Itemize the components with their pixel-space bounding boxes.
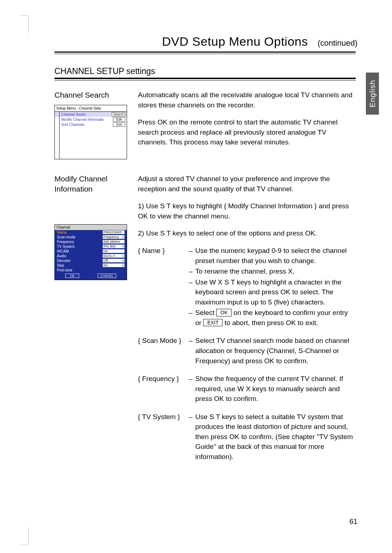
illust-row-label: Name (57, 230, 67, 234)
option-key: { Name } (138, 246, 189, 328)
illust-row-label: Fine-tune (57, 268, 72, 272)
body-step: 2) Use S T keys to select one of the opt… (138, 228, 356, 238)
option-line: To rename the channel, press X. (189, 266, 356, 276)
illust-row-value: P001/Ch003 (103, 230, 124, 234)
illust-row: Sort Channels Sort (55, 122, 127, 127)
illust-row-button: Edit (113, 117, 125, 122)
illust-row-value: On (103, 249, 124, 253)
option-line: Use W X S T keys to highlight a characte… (189, 277, 356, 307)
option-key: { Frequency } (138, 374, 189, 405)
illust-row-button: Search (112, 112, 125, 116)
illust-row-value: PAL B/G▾ (103, 245, 124, 248)
keyboard-ok-button: OK (216, 309, 232, 316)
illust-row: Scan modeFrequency▾ (55, 235, 127, 239)
section-heading: CHANNEL SETUP settings (54, 66, 356, 76)
illust-row: AudioDUAL A▾ (55, 254, 127, 258)
illust-row-button: Sort (113, 122, 125, 127)
option-line: Use the numeric keypad 0-9 to select the… (189, 246, 356, 266)
illust-row-value: No▾ (103, 263, 124, 267)
illust-row: NICAMOn (55, 249, 127, 254)
subsection-heading: Channel Search (54, 90, 127, 100)
illust-row-label: TV System (57, 245, 75, 249)
illust-row-value: Frequency▾ (103, 235, 124, 239)
option-line: Use S T keys to select a suitable TV sys… (189, 412, 356, 462)
option-tv-system: { TV System } Use S T keys to select a s… (138, 412, 356, 463)
body-text: Automatically scans all the receivable a… (138, 90, 356, 110)
body-text: Adjust a stored TV channel to your prefe… (138, 174, 356, 194)
illust-ok-button: OK (65, 274, 79, 278)
body-step: 1) Use S T keys to highlight { Modify Ch… (138, 201, 356, 221)
channel-menu-illustration: Channel NameP001/Ch003Scan modeFrequency… (54, 224, 127, 280)
illust-row: NameP001/Ch003 (55, 230, 127, 235)
text-fragment: Modify Channel Information (228, 202, 315, 210)
channel-search-block: Channel Search Setup Menu - Channel Setu… (54, 90, 356, 159)
text-fragment: 1) Use S T keys to highlight { (138, 202, 228, 210)
option-frequency: { Frequency } Show the frequency of the … (138, 374, 356, 405)
illust-title: Channel (55, 225, 127, 230)
option-scan-mode: { Scan Mode } Select TV channel search m… (138, 336, 356, 366)
language-tab: English (366, 73, 379, 115)
illust-row-value: Off▾ (103, 259, 124, 262)
page-title: DVD Setup Menu Options (162, 34, 308, 48)
page-number: 61 (350, 517, 358, 526)
illust-row-label: Scan mode (57, 235, 75, 239)
illust-row: Channel Searh Search (55, 112, 127, 117)
body-text: Press OK on the remote control to start … (138, 117, 356, 147)
text-fragment: Select (195, 309, 216, 316)
illust-row: SkipNo▾ (55, 263, 127, 268)
modify-channel-block: Modify Channel Information Channel NameP… (54, 174, 356, 462)
illust-row-label: Sort Channels (61, 123, 84, 127)
illust-title: Setup Menu - Channel Setu (55, 105, 127, 112)
title-rule (54, 52, 356, 54)
illust-row-label: Audio (57, 254, 66, 258)
illust-row: TV SystemPAL B/G▾ (55, 244, 127, 249)
page-title-suffix: (continued) (318, 38, 358, 48)
text-fragment: to abort, then press OK to exit. (222, 319, 318, 327)
illust-row: Frequency565.26MHz (55, 239, 127, 244)
illust-row: Fine-tune (55, 268, 127, 273)
crop-mark (28, 15, 37, 33)
illust-row: Modify Channel Informatio Edit (55, 117, 127, 122)
option-line: Select OK on the keyboard to confirm you… (189, 308, 356, 328)
setup-menu-illustration: Setup Menu - Channel Setu Channel Searh … (54, 105, 127, 159)
section-rule (54, 78, 356, 81)
option-key: { Scan Mode } (138, 336, 189, 366)
manual-page: English DVD Setup Menu Options (continue… (0, 0, 392, 553)
page-title-row: DVD Setup Menu Options (continued) (40, 34, 363, 49)
option-line: Show the frequency of the current TV cha… (189, 374, 356, 404)
illust-row-label: Decoder (57, 259, 71, 263)
subsection-heading: Modify Channel Information (54, 174, 127, 194)
content-area: CHANNEL SETUP settings Channel Search Se… (54, 66, 356, 462)
illust-cancel-button: CANCEL (98, 274, 116, 278)
illust-row-value: 565.26MHz (103, 240, 124, 243)
keyboard-exit-button: EXIT (203, 319, 222, 326)
illust-row-label: NICAM (57, 249, 69, 253)
illust-row-label: Modify Channel Informatio (61, 118, 104, 122)
option-name: { Name } Use the numeric keypad 0-9 to s… (138, 246, 356, 328)
crop-mark (28, 527, 37, 545)
illust-row-label: Channel Searh (61, 112, 86, 116)
option-key: { TV System } (138, 412, 189, 463)
option-line: Select TV channel search mode based on c… (189, 336, 356, 366)
illust-row: DecoderOff▾ (55, 258, 127, 263)
illust-row-value: DUAL A▾ (103, 254, 124, 258)
illust-row-label: Skip (57, 263, 64, 267)
illust-row-label: Frequency (57, 240, 74, 244)
